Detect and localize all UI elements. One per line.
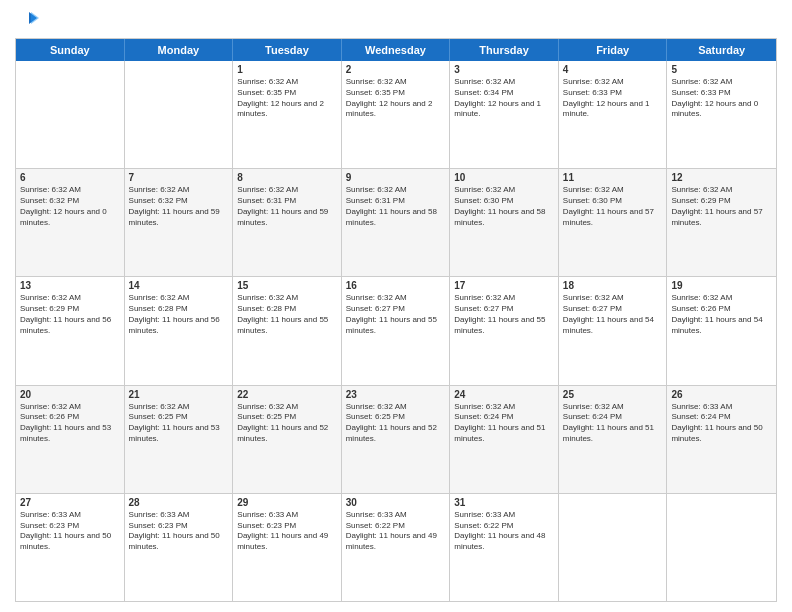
day-number: 15 xyxy=(237,280,337,291)
day-number: 7 xyxy=(129,172,229,183)
day-number: 10 xyxy=(454,172,554,183)
calendar-cell: 15Sunrise: 6:32 AM Sunset: 6:28 PM Dayli… xyxy=(233,277,342,384)
calendar-row: 13Sunrise: 6:32 AM Sunset: 6:29 PM Dayli… xyxy=(16,277,776,385)
day-number: 26 xyxy=(671,389,772,400)
calendar-cell: 25Sunrise: 6:32 AM Sunset: 6:24 PM Dayli… xyxy=(559,386,668,493)
day-number: 6 xyxy=(20,172,120,183)
calendar-cell: 12Sunrise: 6:32 AM Sunset: 6:29 PM Dayli… xyxy=(667,169,776,276)
day-info: Sunrise: 6:32 AM Sunset: 6:26 PM Dayligh… xyxy=(20,402,120,445)
calendar-cell: 16Sunrise: 6:32 AM Sunset: 6:27 PM Dayli… xyxy=(342,277,451,384)
calendar-cell: 4Sunrise: 6:32 AM Sunset: 6:33 PM Daylig… xyxy=(559,61,668,168)
calendar-cell: 17Sunrise: 6:32 AM Sunset: 6:27 PM Dayli… xyxy=(450,277,559,384)
day-info: Sunrise: 6:32 AM Sunset: 6:34 PM Dayligh… xyxy=(454,77,554,120)
calendar-cell: 27Sunrise: 6:33 AM Sunset: 6:23 PM Dayli… xyxy=(16,494,125,601)
header-day-wednesday: Wednesday xyxy=(342,39,451,61)
day-info: Sunrise: 6:32 AM Sunset: 6:29 PM Dayligh… xyxy=(671,185,772,228)
day-info: Sunrise: 6:32 AM Sunset: 6:27 PM Dayligh… xyxy=(346,293,446,336)
logo xyxy=(15,10,41,30)
calendar-cell xyxy=(16,61,125,168)
calendar-cell: 3Sunrise: 6:32 AM Sunset: 6:34 PM Daylig… xyxy=(450,61,559,168)
logo-area xyxy=(15,10,41,30)
day-info: Sunrise: 6:33 AM Sunset: 6:23 PM Dayligh… xyxy=(237,510,337,553)
calendar-cell: 7Sunrise: 6:32 AM Sunset: 6:32 PM Daylig… xyxy=(125,169,234,276)
day-number: 23 xyxy=(346,389,446,400)
day-number: 17 xyxy=(454,280,554,291)
day-info: Sunrise: 6:32 AM Sunset: 6:27 PM Dayligh… xyxy=(454,293,554,336)
day-number: 31 xyxy=(454,497,554,508)
day-number: 11 xyxy=(563,172,663,183)
header-day-thursday: Thursday xyxy=(450,39,559,61)
day-number: 4 xyxy=(563,64,663,75)
day-info: Sunrise: 6:32 AM Sunset: 6:25 PM Dayligh… xyxy=(237,402,337,445)
day-info: Sunrise: 6:33 AM Sunset: 6:22 PM Dayligh… xyxy=(346,510,446,553)
day-number: 18 xyxy=(563,280,663,291)
day-number: 12 xyxy=(671,172,772,183)
calendar-cell: 14Sunrise: 6:32 AM Sunset: 6:28 PM Dayli… xyxy=(125,277,234,384)
day-info: Sunrise: 6:32 AM Sunset: 6:30 PM Dayligh… xyxy=(454,185,554,228)
day-info: Sunrise: 6:32 AM Sunset: 6:31 PM Dayligh… xyxy=(346,185,446,228)
page: SundayMondayTuesdayWednesdayThursdayFrid… xyxy=(0,0,792,612)
day-number: 19 xyxy=(671,280,772,291)
calendar-cell: 21Sunrise: 6:32 AM Sunset: 6:25 PM Dayli… xyxy=(125,386,234,493)
calendar-cell: 6Sunrise: 6:32 AM Sunset: 6:32 PM Daylig… xyxy=(16,169,125,276)
calendar-cell: 5Sunrise: 6:32 AM Sunset: 6:33 PM Daylig… xyxy=(667,61,776,168)
calendar-row: 1Sunrise: 6:32 AM Sunset: 6:35 PM Daylig… xyxy=(16,61,776,169)
day-info: Sunrise: 6:32 AM Sunset: 6:35 PM Dayligh… xyxy=(237,77,337,120)
calendar-cell: 10Sunrise: 6:32 AM Sunset: 6:30 PM Dayli… xyxy=(450,169,559,276)
day-number: 27 xyxy=(20,497,120,508)
calendar-cell: 1Sunrise: 6:32 AM Sunset: 6:35 PM Daylig… xyxy=(233,61,342,168)
day-info: Sunrise: 6:32 AM Sunset: 6:28 PM Dayligh… xyxy=(237,293,337,336)
calendar-cell: 29Sunrise: 6:33 AM Sunset: 6:23 PM Dayli… xyxy=(233,494,342,601)
day-number: 29 xyxy=(237,497,337,508)
calendar-cell: 18Sunrise: 6:32 AM Sunset: 6:27 PM Dayli… xyxy=(559,277,668,384)
day-number: 28 xyxy=(129,497,229,508)
calendar-cell: 23Sunrise: 6:32 AM Sunset: 6:25 PM Dayli… xyxy=(342,386,451,493)
calendar-cell: 31Sunrise: 6:33 AM Sunset: 6:22 PM Dayli… xyxy=(450,494,559,601)
day-info: Sunrise: 6:32 AM Sunset: 6:25 PM Dayligh… xyxy=(346,402,446,445)
calendar-cell: 19Sunrise: 6:32 AM Sunset: 6:26 PM Dayli… xyxy=(667,277,776,384)
day-info: Sunrise: 6:32 AM Sunset: 6:29 PM Dayligh… xyxy=(20,293,120,336)
calendar-cell: 8Sunrise: 6:32 AM Sunset: 6:31 PM Daylig… xyxy=(233,169,342,276)
day-number: 21 xyxy=(129,389,229,400)
calendar-row: 27Sunrise: 6:33 AM Sunset: 6:23 PM Dayli… xyxy=(16,494,776,601)
header-day-sunday: Sunday xyxy=(16,39,125,61)
day-info: Sunrise: 6:32 AM Sunset: 6:32 PM Dayligh… xyxy=(129,185,229,228)
day-number: 2 xyxy=(346,64,446,75)
header-day-monday: Monday xyxy=(125,39,234,61)
day-number: 13 xyxy=(20,280,120,291)
calendar-cell: 28Sunrise: 6:33 AM Sunset: 6:23 PM Dayli… xyxy=(125,494,234,601)
day-number: 8 xyxy=(237,172,337,183)
calendar-cell: 20Sunrise: 6:32 AM Sunset: 6:26 PM Dayli… xyxy=(16,386,125,493)
day-number: 30 xyxy=(346,497,446,508)
day-info: Sunrise: 6:32 AM Sunset: 6:33 PM Dayligh… xyxy=(563,77,663,120)
day-info: Sunrise: 6:32 AM Sunset: 6:26 PM Dayligh… xyxy=(671,293,772,336)
day-info: Sunrise: 6:32 AM Sunset: 6:31 PM Dayligh… xyxy=(237,185,337,228)
day-info: Sunrise: 6:32 AM Sunset: 6:30 PM Dayligh… xyxy=(563,185,663,228)
calendar-cell xyxy=(667,494,776,601)
svg-marker-1 xyxy=(31,12,39,24)
calendar-cell: 13Sunrise: 6:32 AM Sunset: 6:29 PM Dayli… xyxy=(16,277,125,384)
calendar-cell xyxy=(559,494,668,601)
day-number: 1 xyxy=(237,64,337,75)
day-number: 20 xyxy=(20,389,120,400)
calendar-cell: 9Sunrise: 6:32 AM Sunset: 6:31 PM Daylig… xyxy=(342,169,451,276)
day-info: Sunrise: 6:33 AM Sunset: 6:23 PM Dayligh… xyxy=(129,510,229,553)
day-info: Sunrise: 6:32 AM Sunset: 6:24 PM Dayligh… xyxy=(454,402,554,445)
day-info: Sunrise: 6:33 AM Sunset: 6:24 PM Dayligh… xyxy=(671,402,772,445)
calendar: SundayMondayTuesdayWednesdayThursdayFrid… xyxy=(15,38,777,602)
day-info: Sunrise: 6:32 AM Sunset: 6:33 PM Dayligh… xyxy=(671,77,772,120)
day-number: 9 xyxy=(346,172,446,183)
calendar-body: 1Sunrise: 6:32 AM Sunset: 6:35 PM Daylig… xyxy=(16,61,776,601)
calendar-cell: 24Sunrise: 6:32 AM Sunset: 6:24 PM Dayli… xyxy=(450,386,559,493)
day-number: 5 xyxy=(671,64,772,75)
calendar-cell: 11Sunrise: 6:32 AM Sunset: 6:30 PM Dayli… xyxy=(559,169,668,276)
day-number: 24 xyxy=(454,389,554,400)
header-day-friday: Friday xyxy=(559,39,668,61)
calendar-row: 6Sunrise: 6:32 AM Sunset: 6:32 PM Daylig… xyxy=(16,169,776,277)
day-info: Sunrise: 6:33 AM Sunset: 6:22 PM Dayligh… xyxy=(454,510,554,553)
day-info: Sunrise: 6:32 AM Sunset: 6:28 PM Dayligh… xyxy=(129,293,229,336)
day-info: Sunrise: 6:32 AM Sunset: 6:25 PM Dayligh… xyxy=(129,402,229,445)
day-number: 22 xyxy=(237,389,337,400)
day-number: 16 xyxy=(346,280,446,291)
day-number: 3 xyxy=(454,64,554,75)
